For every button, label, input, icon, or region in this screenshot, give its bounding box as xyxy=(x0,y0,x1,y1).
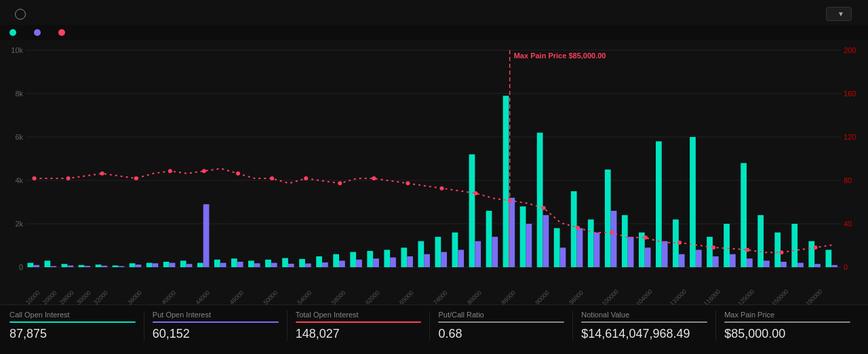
header: ▼ xyxy=(0,0,868,40)
stat-label-4: Notional Value xyxy=(581,311,707,319)
stat-label-2: Total Open Interest xyxy=(296,311,422,319)
stat-label-3: Put/Call Ratio xyxy=(438,311,564,319)
stat-item-2: Total Open Interest148,027 xyxy=(288,311,431,341)
stat-value-4: $14,614,047,968.49 xyxy=(581,327,707,341)
stat-value-2: 148,027 xyxy=(296,327,422,341)
chart-area xyxy=(0,40,868,304)
stat-value-1: 60,152 xyxy=(153,327,279,341)
header-right: ▼ xyxy=(826,7,859,21)
stat-value-0: 87,875 xyxy=(9,327,136,341)
legend xyxy=(0,25,868,40)
stat-underline-1 xyxy=(153,321,279,323)
stats-footer: Call Open Interest87,875Put Open Interes… xyxy=(0,304,868,345)
stat-item-4: Notional Value$14,614,047,968.49 xyxy=(573,311,716,341)
stat-label-0: Call Open Interest xyxy=(9,311,136,319)
info-icon[interactable] xyxy=(15,9,26,20)
stat-underline-0 xyxy=(9,321,136,323)
stat-item-5: Max Pain Price$85,000.00 xyxy=(716,311,859,341)
calls-dot xyxy=(9,29,16,36)
chevron-down-icon: ▼ xyxy=(837,10,844,18)
tiv-dot xyxy=(58,29,65,36)
legend-calls xyxy=(9,29,20,36)
stat-underline-5 xyxy=(724,321,850,323)
date-selector[interactable]: ▼ xyxy=(826,7,852,21)
stat-value-3: 0.68 xyxy=(438,327,564,341)
stat-label-1: Put Open Interest xyxy=(153,311,279,319)
stat-label-5: Max Pain Price xyxy=(724,311,850,319)
stat-underline-2 xyxy=(296,321,422,323)
legend-tiv xyxy=(58,29,69,36)
stat-item-0: Call Open Interest87,875 xyxy=(9,311,144,341)
stat-underline-3 xyxy=(438,321,564,323)
puts-dot xyxy=(34,29,41,36)
stat-value-5: $85,000.00 xyxy=(724,327,850,341)
stat-item-1: Put Open Interest60,152 xyxy=(144,311,288,341)
header-left xyxy=(9,9,26,20)
stat-item-3: Put/Call Ratio0.68 xyxy=(430,311,573,341)
stat-underline-4 xyxy=(581,321,707,323)
legend-puts xyxy=(34,29,45,36)
